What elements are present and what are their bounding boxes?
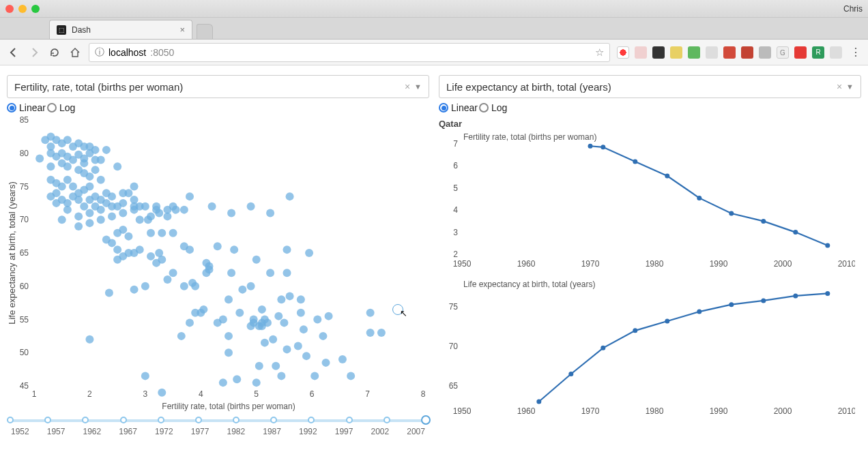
svg-point-155 — [225, 295, 233, 303]
svg-point-174 — [261, 339, 269, 347]
y-scale-radio-group: Linear Log — [439, 102, 861, 113]
svg-text:8: 8 — [421, 389, 426, 399]
svg-point-114 — [155, 209, 163, 217]
svg-point-98 — [113, 245, 121, 254]
svg-point-110 — [136, 245, 144, 254]
svg-point-27 — [69, 142, 77, 151]
x-axis-dropdown[interactable]: Fertility, rate, total (births per woman… — [7, 75, 429, 98]
svg-point-157 — [227, 209, 235, 217]
slider-year-label: 1987 — [263, 427, 281, 436]
radio-linear[interactable] — [439, 103, 448, 112]
extension-icon[interactable]: G — [777, 46, 789, 59]
reload-button[interactable] — [48, 46, 61, 59]
year-slider[interactable]: 1952195719621967197219771982198719921997… — [7, 413, 429, 439]
slider-tick[interactable] — [7, 417, 14, 423]
browser-menu-icon[interactable]: ⋮ — [850, 46, 861, 59]
scatter-chart[interactable]: 12345678455055606570758085Fertility rate… — [7, 113, 429, 413]
new-tab-button[interactable] — [197, 24, 213, 39]
slider-tick[interactable] — [346, 417, 353, 423]
svg-point-73 — [108, 192, 116, 200]
svg-point-167 — [252, 378, 261, 387]
svg-point-79 — [97, 206, 105, 214]
radio-log[interactable] — [47, 103, 57, 112]
extension-icon[interactable] — [688, 46, 700, 59]
clear-icon[interactable]: × — [401, 81, 414, 92]
site-info-icon[interactable]: ⓘ — [95, 46, 104, 59]
svg-text:1: 1 — [32, 389, 37, 399]
extension-icon[interactable] — [670, 46, 682, 59]
address-bar[interactable]: ⓘ localhost:8050 ☆ — [89, 43, 610, 62]
svg-point-39 — [85, 149, 93, 158]
svg-point-147 — [205, 262, 214, 271]
svg-point-163 — [247, 282, 255, 290]
extension-icon[interactable] — [741, 46, 753, 59]
svg-point-248 — [793, 293, 798, 298]
extension-icon[interactable] — [794, 46, 807, 59]
svg-point-125 — [141, 282, 149, 290]
svg-point-151 — [219, 378, 227, 387]
svg-point-126 — [147, 252, 155, 260]
slider-tick[interactable] — [44, 417, 51, 423]
slider-year-label: 1952 — [11, 427, 29, 436]
browser-tab[interactable]: ⬚ Dash × — [49, 20, 192, 39]
radio-linear[interactable] — [7, 103, 16, 112]
fertility-line-chart[interactable]: 1950196019701980199020002010234567Fertil… — [439, 129, 861, 272]
svg-point-130 — [180, 282, 188, 290]
slider-tick[interactable] — [158, 417, 164, 423]
slider-tick[interactable] — [308, 417, 315, 423]
svg-point-184 — [280, 318, 288, 327]
svg-point-182 — [277, 372, 285, 380]
maximize-window-button[interactable] — [31, 5, 40, 13]
svg-point-54 — [63, 176, 72, 184]
lifeexp-line-chart[interactable]: 1950196019701980199020002010657075Life e… — [439, 276, 861, 419]
svg-text:2: 2 — [453, 250, 458, 259]
slider-tick[interactable] — [384, 417, 390, 423]
svg-point-152 — [219, 316, 227, 324]
svg-point-124 — [130, 286, 139, 294]
extension-icon[interactable]: R — [812, 46, 824, 59]
bookmark-star-icon[interactable]: ☆ — [595, 46, 604, 59]
slider-tick[interactable] — [421, 415, 431, 425]
slider-tick[interactable] — [233, 417, 240, 423]
radio-log[interactable] — [479, 103, 489, 112]
slider-tick[interactable] — [270, 417, 277, 423]
svg-point-102 — [136, 215, 144, 224]
svg-point-55 — [69, 183, 77, 191]
svg-point-84 — [130, 183, 139, 191]
back-button[interactable] — [7, 46, 20, 59]
extension-icon[interactable] — [706, 46, 718, 59]
y-axis-dropdown[interactable]: Life expectancy at birth, total (years) … — [439, 75, 861, 98]
extension-icon[interactable] — [759, 46, 771, 59]
svg-point-132 — [180, 206, 188, 214]
slider-tick[interactable] — [82, 417, 89, 423]
svg-point-108 — [119, 252, 127, 260]
clear-icon[interactable]: × — [833, 81, 846, 92]
svg-text:Fertility rate, total (births : Fertility rate, total (births per woman) — [162, 402, 295, 411]
timeseries-panel: Qatar 1950196019701980199020002010234567… — [439, 119, 861, 419]
svg-point-164 — [247, 202, 255, 211]
slider-tick[interactable] — [195, 417, 202, 423]
extension-icon[interactable] — [652, 46, 665, 59]
svg-text:5: 5 — [254, 389, 259, 399]
svg-point-139 — [186, 318, 194, 327]
svg-text:55: 55 — [20, 315, 29, 325]
home-button[interactable] — [68, 46, 82, 59]
extension-icon[interactable] — [635, 46, 647, 59]
svg-text:2010: 2010 — [838, 259, 855, 269]
slider-year-label: 1972 — [155, 427, 173, 436]
svg-point-90 — [108, 212, 116, 220]
chevron-down-icon[interactable]: ▼ — [414, 82, 422, 91]
svg-point-105 — [147, 229, 155, 237]
extension-icon[interactable] — [723, 46, 736, 59]
svg-point-223 — [665, 173, 669, 178]
extension-icon[interactable] — [830, 46, 842, 59]
forward-button[interactable] — [27, 46, 41, 59]
extension-icon[interactable] — [617, 46, 629, 59]
svg-point-158 — [230, 245, 238, 254]
close-window-button[interactable] — [5, 5, 14, 13]
minimize-window-button[interactable] — [18, 5, 27, 13]
slider-tick[interactable] — [120, 417, 127, 423]
svg-text:1950: 1950 — [453, 406, 472, 416]
chevron-down-icon[interactable]: ▼ — [846, 82, 854, 91]
tab-close-icon[interactable]: × — [179, 25, 185, 35]
